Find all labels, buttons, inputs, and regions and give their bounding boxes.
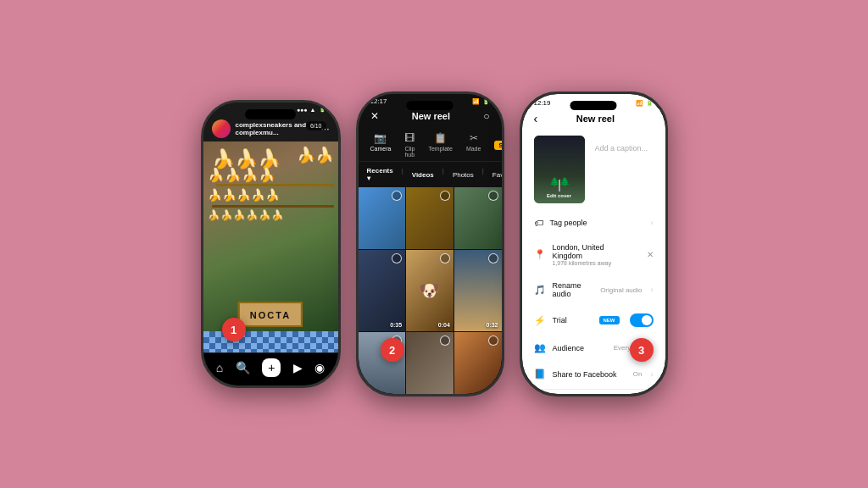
camera-icon: 📷 bbox=[374, 132, 387, 144]
tag-label: Tag people bbox=[550, 219, 643, 227]
status-icons-1: ●●● ▲ 🔋 bbox=[297, 106, 326, 113]
favourites-filter[interactable]: Favourites bbox=[492, 167, 502, 182]
feed-image: 🍌🍌🍌 🍌🍌 🍌🍌🍌🍌 🍌🍌🍌🍌🍌 🍌🍌🍌🍌🍌🍌 NOCTA bbox=[203, 141, 338, 352]
made-tab[interactable]: ✂ Made bbox=[466, 132, 481, 158]
create-button[interactable]: + bbox=[262, 358, 281, 377]
cliphub-tab[interactable]: 🎞 Clip hub bbox=[404, 132, 415, 158]
audio-value: Original audio bbox=[600, 286, 642, 294]
cliphub-icon: 🎞 bbox=[404, 132, 415, 144]
facebook-label: Share to Facebook bbox=[553, 370, 626, 379]
location-icon: 📍 bbox=[534, 249, 546, 260]
audio-icon: 🎵 bbox=[534, 285, 546, 296]
select-circle-9[interactable] bbox=[488, 336, 498, 346]
banana-lower: 🍌🍌🍌🍌🍌 bbox=[208, 188, 280, 202]
template-tab[interactable]: 📋 Template bbox=[428, 132, 452, 158]
day-badge: Saturday bbox=[494, 141, 501, 150]
shelf-board bbox=[216, 184, 334, 186]
trial-label: Trial bbox=[553, 316, 593, 324]
select-circle-5[interactable] bbox=[440, 253, 450, 263]
made-icon: ✂ bbox=[470, 132, 478, 144]
banana-bottom: 🍌🍌🍌🍌🍌🍌 bbox=[208, 209, 284, 221]
location-distance: 1,978 kilometres away bbox=[553, 260, 637, 266]
select-circle-3[interactable] bbox=[488, 191, 498, 201]
media-cell-1[interactable] bbox=[359, 187, 406, 249]
avatar bbox=[212, 119, 231, 138]
toggle-knob bbox=[642, 315, 652, 325]
duration-4: 0:35 bbox=[390, 322, 402, 328]
audio-label: Rename audio bbox=[553, 281, 594, 298]
reels-icon[interactable]: ▶ bbox=[293, 361, 303, 374]
audio-arrow-icon: › bbox=[651, 286, 654, 294]
profile-icon[interactable]: ◉ bbox=[314, 361, 325, 374]
rename-audio-row[interactable]: 🎵 Rename audio Original audio › bbox=[522, 275, 665, 304]
bottom-nav: ⌂ 🔍 + ▶ ◉ bbox=[203, 352, 338, 385]
cover-thumbnail[interactable]: Preview 🌲🌲 Edit cover bbox=[534, 136, 585, 203]
location-close-icon[interactable]: ✕ bbox=[647, 250, 654, 259]
step-badge-3: 3 bbox=[630, 338, 654, 362]
camera-tab[interactable]: 📷 Camera bbox=[370, 132, 392, 158]
nocta-text: NOCTA bbox=[250, 310, 291, 320]
edit-cover-label[interactable]: Edit cover bbox=[547, 193, 571, 198]
videos-filter[interactable]: Videos bbox=[412, 167, 434, 182]
username: complexsneakers and complexmu... bbox=[236, 121, 316, 136]
select-circle-4[interactable] bbox=[392, 253, 402, 263]
select-circle-6[interactable] bbox=[488, 253, 498, 263]
phone-2: 12:17 📶 🔋 ✕ New reel ○ 📷 Camera 🎞 Clip h… bbox=[356, 92, 504, 396]
step-badge-1: 1 bbox=[222, 318, 246, 341]
media-tabs: 📷 Camera 🎞 Clip hub 📋 Template ✂ Made Sa… bbox=[359, 127, 502, 162]
caption-field[interactable]: Add a caption... bbox=[595, 139, 650, 158]
preview-section: Preview 🌲🌲 Edit cover Add a caption... bbox=[522, 130, 665, 208]
bottom-actions: Save draft Share bbox=[522, 389, 665, 394]
tag-arrow-icon: › bbox=[651, 219, 654, 227]
tag-people-row[interactable]: 🏷 Tag people › bbox=[522, 212, 665, 234]
media-cell-2[interactable] bbox=[406, 187, 453, 249]
template-icon: 📋 bbox=[434, 132, 447, 144]
phone-3: 12:19 📶 🔋 ‹ New reel Preview 🌲🌲 Edit cov… bbox=[520, 92, 668, 396]
dynamic-island-1 bbox=[245, 109, 296, 119]
new-badge: NEW bbox=[599, 316, 620, 324]
step-badge-2: 2 bbox=[381, 338, 404, 362]
home-icon[interactable]: ⌂ bbox=[216, 361, 223, 374]
media-cell-8[interactable] bbox=[406, 332, 453, 394]
trial-row[interactable]: ⚡ Trial NEW bbox=[522, 308, 665, 333]
time-3: 12:19 bbox=[534, 99, 551, 107]
search-icon[interactable]: 🔍 bbox=[236, 361, 250, 374]
share-title: New reel bbox=[537, 114, 653, 124]
photos-filter[interactable]: Photos bbox=[453, 167, 474, 182]
share-header: ‹ New reel bbox=[522, 108, 665, 130]
media-cell-3[interactable] bbox=[454, 187, 502, 249]
media-cell-6[interactable]: 0:32 bbox=[454, 250, 502, 332]
audience-label: Audience bbox=[553, 344, 607, 352]
trial-toggle[interactable] bbox=[630, 313, 654, 327]
status-icons-2: 📶 🔋 bbox=[472, 98, 490, 105]
media-cell-9[interactable] bbox=[454, 332, 502, 394]
location-name: London, United Kingdom bbox=[553, 243, 637, 260]
dynamic-island-3 bbox=[570, 101, 617, 110]
tag-icon: 🏷 bbox=[534, 218, 543, 228]
media-cell-5[interactable]: 🐶 0:04 bbox=[406, 250, 453, 332]
phone-1: ●●● ▲ 🔋 complexsneakers and complexmu...… bbox=[201, 100, 341, 388]
options-icon[interactable]: ○ bbox=[483, 110, 489, 122]
facebook-icon: 📘 bbox=[534, 369, 546, 380]
close-button[interactable]: ✕ bbox=[370, 110, 379, 122]
audience-icon: 👥 bbox=[534, 342, 546, 353]
trial-icon: ⚡ bbox=[534, 315, 546, 326]
recents-filter[interactable]: Recents ▾ bbox=[367, 167, 393, 182]
filter-row: Recents ▾ | Videos | Photos | Favourites bbox=[359, 162, 502, 187]
select-circle-2[interactable] bbox=[440, 191, 450, 201]
shelf-board-2 bbox=[212, 205, 334, 208]
slide-counter: 6/10 bbox=[306, 121, 326, 130]
facebook-row[interactable]: 📘 Share to Facebook On › bbox=[522, 363, 665, 385]
nocta-sign: NOCTA bbox=[238, 302, 303, 327]
media-cell-4[interactable]: 0:35 bbox=[359, 250, 406, 332]
banana-shelf: 🍌🍌🍌🍌 bbox=[208, 167, 275, 183]
select-circle-1[interactable] bbox=[392, 191, 402, 201]
facebook-value: On bbox=[633, 370, 643, 378]
duration-5: 0:04 bbox=[438, 322, 450, 328]
banana-icon-2: 🍌🍌 bbox=[297, 146, 334, 164]
time-2: 12:17 bbox=[370, 97, 387, 105]
reel-title: New reel bbox=[379, 111, 484, 121]
location-row[interactable]: 📍 London, United Kingdom 1,978 kilometre… bbox=[522, 237, 665, 272]
select-circle-8[interactable] bbox=[440, 336, 450, 346]
facebook-arrow-icon: › bbox=[651, 370, 654, 379]
